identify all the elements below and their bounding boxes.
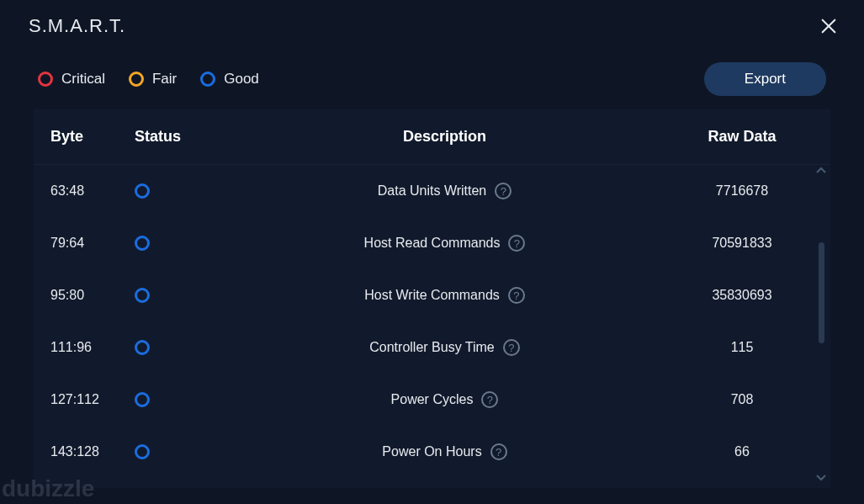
cell-description: Host Write Commands? [219,287,671,304]
toolbar: Critical Fair Good Export [0,45,864,109]
cell-byte: 63:48 [50,183,135,199]
table-row: 127:112Power Cycles?708 [34,374,830,426]
dialog-header: S.M.A.R.T. [0,0,864,45]
export-button[interactable]: Export [704,62,826,96]
close-icon [819,17,838,35]
column-header-raw-data: Raw Data [671,128,814,146]
cell-raw-data: 7716678 [671,183,814,199]
help-icon[interactable]: ? [508,287,525,304]
cell-raw-data: 35830693 [671,288,814,303]
status-good-icon [135,288,150,303]
status-good-icon [135,236,150,251]
table-row: 95:80Host Write Commands?35830693 [34,269,830,321]
column-header-description: Description [219,128,671,146]
cell-description: Data Units Written? [219,183,671,199]
cell-status [135,288,219,303]
cell-raw-data: 115 [671,340,814,355]
status-good-icon [135,183,150,199]
table-row: 79:64Host Read Commands?70591833 [34,217,830,269]
cell-status [135,392,219,407]
description-text: Power Cycles [391,392,474,407]
smart-table: Byte Status Description Raw Data 63:48Da… [34,109,830,488]
cell-description: Power Cycles? [219,391,671,408]
legend-fair-label: Fair [152,71,177,88]
legend-good-label: Good [224,71,259,88]
legend-critical-label: Critical [61,71,105,88]
help-icon[interactable]: ? [490,443,507,460]
column-header-status: Status [135,128,219,146]
close-button[interactable] [819,16,839,36]
cell-raw-data: 70591833 [671,236,814,251]
status-legend: Critical Fair Good [38,71,259,88]
dialog-title: S.M.A.R.T. [29,15,125,37]
cell-raw-data: 66 [671,444,814,459]
description-text: Host Write Commands [364,288,500,303]
circle-critical-icon [38,72,53,87]
status-good-icon [135,392,150,407]
cell-byte: 79:64 [50,236,135,251]
cell-status [135,183,219,199]
cell-status [135,444,219,459]
legend-critical: Critical [38,71,105,88]
cell-status [135,236,219,251]
cell-byte: 143:128 [50,444,135,459]
table-row: 63:48Data Units Written?7716678 [34,165,830,217]
circle-good-icon [200,72,215,87]
help-icon[interactable]: ? [503,339,520,356]
description-text: Host Read Commands [364,236,501,251]
cell-description: Host Read Commands? [219,235,671,252]
cell-status [135,340,219,355]
status-good-icon [135,444,150,459]
table-body[interactable]: 63:48Data Units Written?771667879:64Host… [34,165,830,485]
legend-good: Good [200,71,259,88]
cell-byte: 95:80 [50,288,135,303]
help-icon[interactable]: ? [508,235,525,252]
description-text: Power On Hours [382,444,481,459]
cell-description: Power On Hours? [219,443,671,460]
column-header-byte: Byte [50,128,135,146]
table-row: 143:128Power On Hours?66 [34,426,830,478]
description-text: Data Units Written [378,183,487,199]
description-text: Controller Busy Time [369,340,495,355]
table-header-row: Byte Status Description Raw Data [34,109,830,165]
cell-description: Controller Busy Time? [219,339,671,356]
table-row: 111:96Controller Busy Time?115 [34,321,830,374]
help-icon[interactable]: ? [481,391,498,408]
help-icon[interactable]: ? [495,183,512,199]
cell-byte: 127:112 [50,392,135,407]
cell-raw-data: 708 [671,392,814,407]
cell-byte: 111:96 [50,340,135,355]
status-good-icon [135,340,150,355]
circle-fair-icon [129,72,144,87]
legend-fair: Fair [129,71,177,88]
